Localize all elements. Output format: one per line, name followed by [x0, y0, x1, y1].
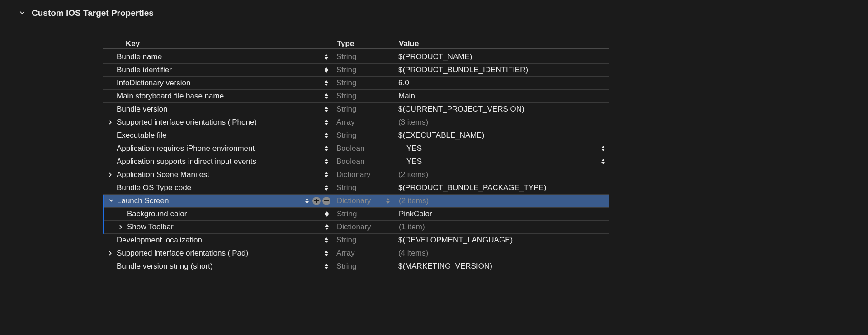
value-cell[interactable]: YES — [394, 157, 609, 166]
table-row[interactable]: Background colorStringPinkColor — [104, 208, 609, 221]
stepper-icon[interactable] — [384, 197, 392, 205]
key-cell[interactable]: Main storyboard file base name — [103, 92, 333, 101]
type-cell[interactable]: Boolean — [333, 157, 394, 166]
stepper-icon[interactable] — [323, 144, 330, 153]
column-header-key[interactable]: Key — [103, 39, 333, 48]
stepper-icon[interactable] — [323, 184, 330, 192]
value-cell[interactable]: (2 items) — [394, 196, 609, 205]
table-row[interactable]: Bundle identifierString$(PRODUCT_BUNDLE_… — [103, 64, 609, 77]
key-cell[interactable]: Bundle version string (short) — [103, 262, 333, 271]
key-cell[interactable]: Application requires iPhone environment — [103, 144, 333, 153]
stepper-icon[interactable] — [323, 262, 330, 270]
type-cell[interactable]: String — [333, 92, 394, 101]
table-row[interactable]: Main storyboard file base nameStringMain — [103, 90, 609, 103]
table-row[interactable]: Application Scene ManifestDictionary(2 i… — [103, 168, 609, 181]
stepper-icon[interactable] — [323, 105, 330, 113]
stepper-icon[interactable] — [323, 249, 330, 257]
stepper-icon[interactable] — [323, 158, 330, 166]
value-cell[interactable]: PinkColor — [394, 209, 609, 219]
type-cell[interactable]: String — [333, 209, 394, 219]
value-cell[interactable]: 6.0 — [394, 79, 609, 88]
key-cell[interactable]: Bundle OS Type code — [103, 183, 333, 192]
table-row[interactable]: Supported interface orientations (iPhone… — [103, 116, 609, 129]
column-header-type[interactable]: Type — [333, 39, 394, 48]
stepper-icon[interactable] — [323, 131, 330, 140]
type-cell[interactable]: String — [333, 131, 394, 140]
stepper-icon[interactable] — [323, 66, 330, 74]
type-cell[interactable]: String — [333, 183, 394, 192]
key-cell[interactable]: Bundle identifier — [103, 65, 333, 74]
value-cell[interactable]: $(CURRENT_PROJECT_VERSION) — [394, 105, 609, 114]
disclosure-triangle[interactable] — [107, 198, 115, 204]
disclosure-triangle[interactable] — [107, 251, 115, 256]
stepper-icon[interactable] — [303, 197, 311, 205]
type-cell[interactable]: String — [333, 65, 394, 74]
type-cell[interactable]: String — [333, 105, 394, 114]
type-cell[interactable]: String — [333, 79, 394, 88]
table-row[interactable]: Bundle versionString$(CURRENT_PROJECT_VE… — [103, 103, 609, 116]
key-cell[interactable]: Bundle name — [103, 52, 333, 61]
value-cell[interactable]: $(PRODUCT_BUNDLE_PACKAGE_TYPE) — [394, 183, 609, 192]
chevron-down-icon[interactable] — [18, 9, 26, 17]
value-cell[interactable]: (1 item) — [394, 223, 609, 232]
key-cell[interactable]: Supported interface orientations (iPhone… — [103, 118, 333, 127]
stepper-icon[interactable] — [323, 79, 330, 87]
value-cell[interactable]: $(EXECUTABLE_NAME) — [394, 131, 609, 140]
table-row[interactable]: Application requires iPhone environmentB… — [103, 142, 609, 155]
key-cell[interactable]: Launch Screen — [104, 196, 333, 205]
table-row[interactable]: Show ToolbarDictionary(1 item) — [104, 221, 609, 234]
value-cell[interactable]: (4 items) — [394, 249, 609, 258]
type-cell[interactable]: String — [333, 262, 394, 271]
key-cell[interactable]: Supported interface orientations (iPad) — [103, 249, 333, 258]
type-cell[interactable]: Array — [333, 249, 394, 258]
table-row[interactable]: InfoDictionary versionString6.0 — [103, 77, 609, 90]
value-cell[interactable]: (3 items) — [394, 118, 609, 127]
value-cell[interactable]: $(PRODUCT_NAME) — [394, 52, 609, 61]
column-header-value[interactable]: Value — [394, 39, 609, 48]
remove-key-button[interactable] — [322, 197, 330, 205]
type-cell[interactable]: Dictionary — [333, 196, 394, 205]
table-row[interactable]: Application supports indirect input even… — [103, 155, 609, 168]
table-row[interactable]: Bundle nameString$(PRODUCT_NAME) — [103, 51, 609, 64]
disclosure-triangle[interactable] — [117, 224, 125, 230]
table-row[interactable]: Executable fileString$(EXECUTABLE_NAME) — [103, 129, 609, 142]
stepper-icon[interactable] — [323, 53, 330, 61]
key-cell[interactable]: Executable file — [103, 131, 333, 140]
type-cell[interactable]: Dictionary — [333, 223, 394, 232]
stepper-icon[interactable] — [323, 210, 330, 218]
key-cell[interactable]: Development localization — [103, 236, 333, 245]
type-cell[interactable]: Dictionary — [333, 170, 394, 179]
value-cell[interactable]: $(DEVELOPMENT_LANGUAGE) — [394, 236, 609, 245]
type-cell[interactable]: Array — [333, 118, 394, 127]
table-row[interactable]: Launch ScreenDictionary(2 items) — [104, 195, 609, 208]
stepper-icon[interactable] — [323, 92, 330, 100]
key-cell[interactable]: InfoDictionary version — [103, 79, 333, 88]
value-cell[interactable]: YES — [394, 144, 609, 153]
key-cell[interactable]: Bundle version — [103, 105, 333, 114]
add-key-button[interactable] — [312, 197, 321, 205]
stepper-icon[interactable] — [599, 144, 607, 153]
table-row[interactable]: Supported interface orientations (iPad)A… — [103, 247, 609, 260]
table-row[interactable]: Bundle version string (short)String$(MAR… — [103, 260, 609, 273]
key-cell[interactable]: Show Toolbar — [104, 223, 333, 232]
key-cell[interactable]: Application Scene Manifest — [103, 170, 333, 179]
value-cell[interactable]: Main — [394, 92, 609, 101]
value-cell[interactable]: (2 items) — [394, 170, 609, 179]
value-cell[interactable]: $(MARKETING_VERSION) — [394, 262, 609, 271]
stepper-icon[interactable] — [323, 236, 330, 244]
type-cell[interactable]: String — [333, 52, 394, 61]
stepper-icon[interactable] — [599, 158, 607, 166]
type-cell[interactable]: Boolean — [333, 144, 394, 153]
key-cell[interactable]: Application supports indirect input even… — [103, 157, 333, 166]
stepper-icon[interactable] — [323, 171, 330, 179]
type-cell[interactable]: String — [333, 236, 394, 245]
value-cell[interactable]: $(PRODUCT_BUNDLE_IDENTIFIER) — [394, 65, 609, 74]
stepper-icon[interactable] — [323, 223, 330, 231]
key-cell[interactable]: Background color — [104, 209, 333, 219]
disclosure-triangle[interactable] — [107, 172, 115, 177]
table-row[interactable]: Development localizationString$(DEVELOPM… — [103, 234, 609, 247]
section-header[interactable]: Custom iOS Target Properties — [18, 8, 868, 18]
stepper-icon[interactable] — [323, 118, 330, 126]
table-row[interactable]: Bundle OS Type codeString$(PRODUCT_BUNDL… — [103, 181, 609, 195]
disclosure-triangle[interactable] — [107, 120, 115, 125]
